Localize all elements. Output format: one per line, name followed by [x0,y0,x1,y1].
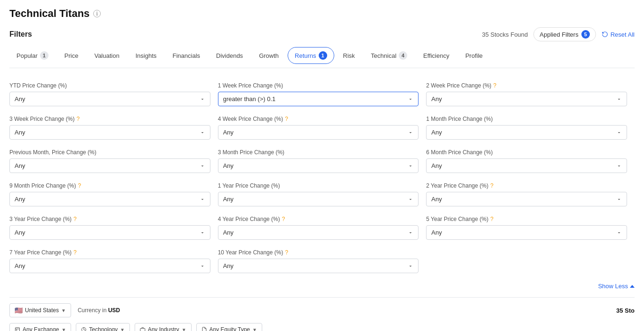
tab-dividends[interactable]: Dividends [209,47,250,64]
exchange-dropdown-icon: ▼ [61,327,66,331]
filter-group-1-year-price-change: 1 Year Price Change (%)Any [218,178,427,211]
tab-growth[interactable]: Growth [252,47,286,64]
filter-help-icon-3-week-price-change[interactable]: ? [77,116,80,122]
tab-price[interactable]: Price [57,47,86,64]
page-title-row: Technical Titans ℹ [9,8,635,20]
filter-select-3-week-price-change[interactable]: Any [9,125,210,140]
sector-icon [81,327,87,331]
filter-group-1-week-price-change: 1 Week Price Change (%)Anygreater than (… [218,78,427,111]
filter-help-icon-10-year-price-change[interactable]: ? [285,249,288,256]
filter-label-10-year-price-change: 10 Year Price Change (%)? [218,249,419,256]
filter-buttons-row: Any Exchange ▼ Technology ▼ Any Industry… [9,323,635,331]
filter-group-9-month-price-change: 9 Month Price Change (%)?Any [9,178,218,211]
filter-select-6-month-price-change[interactable]: Any [426,158,627,173]
filter-label-text-4-year-price-change: 4 Year Price Change (%) [218,216,280,222]
filter-help-icon-3-year-price-change[interactable]: ? [73,216,77,222]
filter-help-icon-7-year-price-change[interactable]: ? [73,249,77,256]
filter-select-5-year-price-change[interactable]: Any [426,225,627,240]
filter-label-1-year-price-change: 1 Year Price Change (%) [218,182,419,189]
tab-technical-label: Technical [371,52,396,59]
filter-label-text-1-week-price-change: 1 Week Price Change (%) [218,82,283,89]
tab-popular[interactable]: Popular1 [9,47,56,64]
filter-help-icon-4-year-price-change[interactable]: ? [282,216,285,222]
page-title: Technical Titans [9,8,89,20]
filter-select-4-year-price-change[interactable]: Any [218,225,419,240]
filter-label-1-month-price-change: 1 Month Price Change (%) [426,116,627,122]
tab-risk-label: Risk [343,52,355,59]
svg-rect-0 [16,328,20,331]
tab-financials[interactable]: Financials [166,47,208,64]
filter-label-text-5-year-price-change: 5 Year Price Change (%) [426,216,488,222]
tab-growth-label: Growth [259,52,279,59]
filter-select-2-year-price-change[interactable]: Any [426,192,627,206]
filter-select-10-year-price-change[interactable]: Any [218,259,419,273]
sector-label: Technology [89,326,118,331]
tab-valuation[interactable]: Valuation [87,47,126,64]
show-less-label: Show Less [598,283,628,290]
filter-select-1-month-price-change[interactable]: Any [426,125,627,140]
filters-label: Filters [9,30,32,39]
filter-select-ytd-price-change[interactable]: Any [9,92,210,106]
equity-dropdown-icon: ▼ [252,327,257,331]
tab-profile-label: Profile [465,52,483,59]
tab-profile[interactable]: Profile [458,47,490,64]
filter-select-7-year-price-change[interactable]: Any [9,259,210,273]
show-less-button[interactable]: Show Less [598,283,635,290]
tab-returns-badge: 1 [319,51,327,60]
filter-label-text-4-week-price-change: 4 Week Price Change (%) [218,116,283,122]
filter-group-6-month-price-change: 6 Month Price Change (%)Any [426,144,635,178]
filter-help-icon-5-year-price-change[interactable]: ? [490,216,493,222]
filter-label-1-week-price-change: 1 Week Price Change (%) [218,82,419,89]
tab-insights[interactable]: Insights [129,47,164,64]
tab-efficiency[interactable]: Efficiency [416,47,456,64]
industry-dropdown-icon: ▼ [182,327,186,331]
filter-label-2-year-price-change: 2 Year Price Change (%)? [426,182,627,189]
filter-select-9-month-price-change[interactable]: Any [9,192,210,206]
equity-button[interactable]: Any Equity Type ▼ [196,323,262,331]
filter-group-2-year-price-change: 2 Year Price Change (%)?Any [426,178,635,211]
tab-technical-badge: 4 [399,51,407,60]
filter-help-icon-2-year-price-change[interactable]: ? [490,182,493,189]
filter-help-icon-4-week-price-change[interactable]: ? [285,116,288,122]
filters-right: 35 Stocks Found Applied Filters 5 Reset … [482,27,635,41]
filter-group-prev-month-price-change: Previous Month, Price Change (%)Any [9,144,218,178]
filter-select-2-week-price-change[interactable]: Any [426,92,627,106]
filter-select-prev-month-price-change[interactable]: Any [9,158,210,173]
reset-label: Reset All [611,31,635,38]
chevron-up-icon [630,285,635,288]
tab-returns[interactable]: Returns1 [288,47,334,64]
svg-rect-4 [140,329,145,331]
exchange-button[interactable]: Any Exchange ▼ [9,323,71,331]
filter-group-5-year-price-change: 5 Year Price Change (%)?Any [426,211,635,244]
filter-label-3-week-price-change: 3 Week Price Change (%)? [9,116,210,122]
tab-technical[interactable]: Technical4 [364,47,414,64]
filter-select-3-year-price-change[interactable]: Any [9,225,210,240]
applied-filters-label: Applied Filters [539,31,578,38]
tab-returns-label: Returns [295,52,316,59]
filter-label-9-month-price-change: 9 Month Price Change (%)? [9,182,210,189]
filter-group-4-week-price-change: 4 Week Price Change (%)?Any [218,111,427,144]
country-dropdown-icon: ▼ [61,308,66,313]
filter-label-4-year-price-change: 4 Year Price Change (%)? [218,216,419,222]
filter-select-3-month-price-change[interactable]: Any [218,158,419,173]
tab-risk[interactable]: Risk [336,47,362,64]
tab-price-label: Price [64,52,79,59]
filter-help-icon-9-month-price-change[interactable]: ? [78,182,81,189]
filter-select-1-week-price-change[interactable]: Anygreater than (>) 0.1 [218,92,419,106]
reset-all-button[interactable]: Reset All [602,31,635,38]
country-button[interactable]: 🇺🇸 United States ▼ [9,303,71,317]
filter-group-1-month-price-change: 1 Month Price Change (%)Any [426,111,635,144]
filter-select-1-year-price-change[interactable]: Any [218,192,419,206]
info-icon[interactable]: ℹ [93,10,101,17]
industry-button[interactable]: Any Industry ▼ [135,323,192,331]
sector-dropdown-icon: ▼ [120,327,125,331]
tab-popular-badge: 1 [40,51,48,60]
exchange-label: Any Exchange [23,326,59,331]
filter-label-7-year-price-change: 7 Year Price Change (%)? [9,249,210,256]
filter-label-text-9-month-price-change: 9 Month Price Change (%) [9,182,76,189]
tab-financials-label: Financials [173,52,201,59]
filter-select-4-week-price-change[interactable]: Any [218,125,419,140]
sector-button[interactable]: Technology ▼ [76,323,130,331]
filter-help-icon-2-week-price-change[interactable]: ? [493,82,497,89]
applied-filters-button[interactable]: Applied Filters 5 [533,27,596,41]
